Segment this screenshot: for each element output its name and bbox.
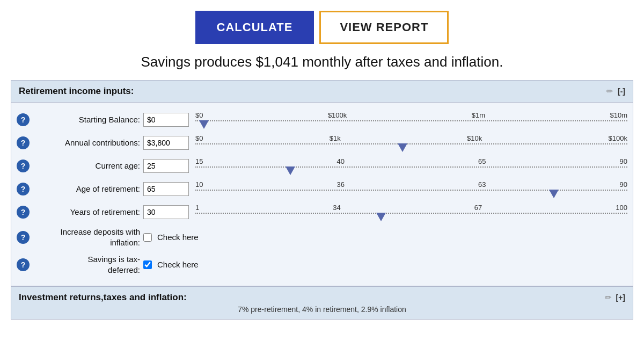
inputs-area: ? Starting Balance: $0 $100k $1m $10m ? … bbox=[11, 103, 633, 286]
age-of-retirement-track bbox=[195, 190, 627, 197]
current-age-thumb[interactable] bbox=[286, 166, 295, 175]
starting-balance-label: Starting Balance: bbox=[33, 115, 140, 124]
age-of-retirement-label: Age of retirement: bbox=[33, 184, 140, 193]
increase-deposits-row: ? Increase deposits withinflation: Check… bbox=[11, 223, 633, 251]
age-of-retirement-help[interactable]: ? bbox=[17, 183, 30, 195]
retirement-section-controls: ✏ [-] bbox=[606, 86, 625, 96]
years-of-retirement-input[interactable] bbox=[143, 205, 189, 219]
increase-deposits-help[interactable]: ? bbox=[17, 231, 30, 244]
starting-balance-slider[interactable]: $0 $100k $1m $10m bbox=[195, 111, 627, 128]
savings-tax-row: ? Savings is tax-deferred: Check here bbox=[11, 251, 633, 278]
annual-contributions-slider[interactable]: $0 $1k $10k $100k bbox=[195, 134, 627, 151]
starting-balance-track bbox=[195, 120, 627, 128]
current-age-help[interactable]: ? bbox=[17, 160, 30, 172]
years-of-retirement-slider-labels: 1 34 67 100 bbox=[195, 204, 627, 212]
retirement-section-header: Retirement income inputs: ✏ [-] bbox=[11, 81, 633, 103]
investment-section: Investment returns,taxes and inflation: … bbox=[11, 286, 633, 319]
savings-tax-help[interactable]: ? bbox=[17, 258, 30, 271]
years-of-retirement-thumb[interactable] bbox=[376, 213, 386, 221]
savings-tax-label: Savings is tax-deferred: bbox=[33, 254, 140, 275]
current-age-slider-labels: 15 40 65 90 bbox=[195, 157, 627, 165]
annual-contributions-slider-labels: $0 $1k $10k $100k bbox=[195, 134, 627, 142]
main-container: Retirement income inputs: ✏ [-] ? Starti… bbox=[11, 80, 633, 320]
investment-edit-icon[interactable]: ✏ bbox=[605, 293, 612, 302]
view-report-button[interactable]: VIEW REPORT bbox=[319, 11, 449, 44]
age-of-retirement-slider[interactable]: 10 36 63 90 bbox=[195, 180, 627, 197]
increase-deposits-label: Increase deposits withinflation: bbox=[33, 227, 140, 248]
retirement-collapse-btn[interactable]: [-] bbox=[618, 87, 625, 96]
investment-section-header: Investment returns,taxes and inflation: … bbox=[19, 292, 625, 303]
current-age-input[interactable] bbox=[143, 159, 189, 173]
years-of-retirement-row: ? Years of retirement: 1 34 67 100 bbox=[11, 200, 633, 223]
years-of-retirement-track bbox=[195, 213, 627, 220]
retirement-edit-icon[interactable]: ✏ bbox=[606, 86, 613, 96]
annual-contributions-row: ? Annual contributions: $0 $1k $10k $100… bbox=[11, 131, 633, 154]
age-of-retirement-thumb[interactable] bbox=[549, 190, 559, 198]
increase-deposits-checkbox[interactable] bbox=[143, 233, 152, 242]
starting-balance-help[interactable]: ? bbox=[17, 113, 30, 126]
savings-tax-checkbox[interactable] bbox=[143, 260, 152, 269]
current-age-track bbox=[195, 166, 627, 174]
savings-tax-check-label: Check here bbox=[157, 260, 199, 269]
current-age-slider[interactable]: 15 40 65 90 bbox=[195, 157, 627, 174]
age-of-retirement-row: ? Age of retirement: 10 36 63 90 bbox=[11, 177, 633, 200]
current-age-row: ? Current age: 15 40 65 90 bbox=[11, 154, 633, 177]
increase-deposits-check-label: Check here bbox=[157, 233, 199, 242]
age-of-retirement-input[interactable] bbox=[143, 182, 189, 196]
top-buttons-area: CALCULATE VIEW REPORT bbox=[0, 0, 644, 49]
annual-contributions-thumb[interactable] bbox=[398, 143, 407, 152]
investment-section-title: Investment returns,taxes and inflation: bbox=[19, 292, 187, 303]
starting-balance-thumb[interactable] bbox=[199, 120, 209, 129]
increase-deposits-checkbox-area: Check here bbox=[143, 233, 199, 242]
retirement-section-title: Retirement income inputs: bbox=[19, 86, 134, 97]
annual-contributions-input[interactable] bbox=[143, 136, 189, 150]
starting-balance-input[interactable] bbox=[143, 113, 189, 127]
annual-contributions-help[interactable]: ? bbox=[17, 136, 30, 149]
investment-section-subtitle: 7% pre-retirement, 4% in retirement, 2.9… bbox=[19, 305, 625, 314]
years-of-retirement-slider[interactable]: 1 34 67 100 bbox=[195, 204, 627, 220]
annual-contributions-label: Annual contributions: bbox=[33, 138, 140, 147]
age-of-retirement-slider-labels: 10 36 63 90 bbox=[195, 180, 627, 189]
investment-section-controls: ✏ [+] bbox=[605, 293, 626, 302]
result-text: Savings produces $1,041 monthly after ta… bbox=[0, 54, 644, 70]
starting-balance-slider-labels: $0 $100k $1m $10m bbox=[195, 111, 627, 119]
current-age-label: Current age: bbox=[33, 161, 140, 170]
annual-contributions-track bbox=[195, 143, 627, 151]
starting-balance-row: ? Starting Balance: $0 $100k $1m $10m bbox=[11, 108, 633, 131]
savings-tax-checkbox-area: Check here bbox=[143, 260, 199, 269]
calculate-button[interactable]: CALCULATE bbox=[195, 11, 314, 44]
investment-expand-btn[interactable]: [+] bbox=[616, 293, 626, 302]
years-of-retirement-help[interactable]: ? bbox=[17, 206, 30, 219]
years-of-retirement-label: Years of retirement: bbox=[33, 207, 140, 216]
